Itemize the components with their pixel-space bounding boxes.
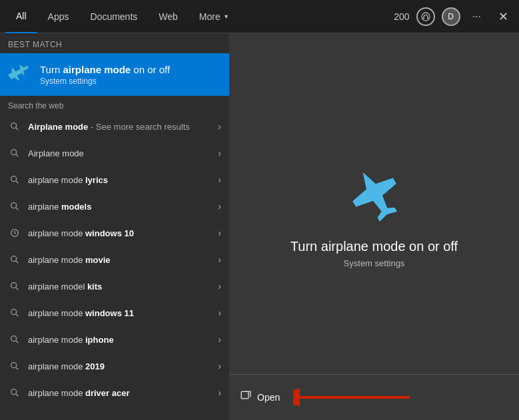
svg-line-21: [16, 367, 19, 370]
svg-point-0: [422, 13, 430, 21]
tab-documents[interactable]: Documents: [79, 0, 148, 33]
svg-point-5: [11, 150, 17, 155]
best-match-title: Turn airplane mode on or off: [40, 64, 170, 75]
open-button[interactable]: Open: [240, 387, 280, 407]
right-actions: Open: [229, 375, 519, 420]
result-text-1: Airplane mode - See more search results: [28, 122, 215, 132]
search-icon: [8, 146, 21, 160]
svg-point-12: [11, 256, 17, 262]
open-window-icon: [240, 390, 252, 405]
result-text-8: airplane mode windows 11: [28, 308, 215, 318]
airplane-mode-icon: [8, 63, 32, 87]
result-text-2: Airplane mode: [28, 148, 215, 158]
tab-all-label: All: [16, 11, 27, 21]
result-item-1[interactable]: Airplane mode - See more search results›: [0, 113, 229, 140]
result-item-8[interactable]: airplane mode windows 11›: [0, 300, 229, 326]
more-options-button[interactable]: ···: [467, 8, 486, 25]
result-item-7[interactable]: airplane model kits›: [0, 273, 229, 300]
right-panel: Turn airplane mode on or off System sett…: [229, 33, 519, 420]
result-text-7: airplane model kits: [28, 282, 215, 292]
tab-all[interactable]: All: [5, 0, 37, 33]
top-bar: All Apps Documents Web More ▾ 200 D ··· …: [0, 0, 519, 33]
search-icon: [8, 200, 21, 213]
search-icon: [8, 253, 21, 266]
close-button[interactable]: ✕: [493, 7, 514, 27]
result-text-11: airplane mode driver acer: [28, 388, 215, 398]
result-text-10: airplane mode 2019: [28, 361, 215, 371]
best-match-label: Best match: [0, 33, 229, 53]
svg-line-13: [16, 261, 19, 264]
svg-point-7: [11, 176, 17, 182]
result-text-3: airplane mode lyrics: [28, 175, 215, 185]
result-item-6[interactable]: airplane mode movie›: [0, 246, 229, 273]
result-item-3[interactable]: airplane mode lyrics›: [0, 166, 229, 193]
best-match-text: Turn airplane mode on or off System sett…: [40, 64, 170, 86]
result-arrow-5: ›: [218, 228, 221, 238]
result-item-5[interactable]: airplane mode windows 10›: [0, 220, 229, 246]
svg-line-10: [16, 208, 19, 210]
main-layout: Best match Turn airplane mode on or off …: [0, 33, 519, 420]
result-text-9: airplane mode iphone: [28, 335, 215, 345]
best-match-item[interactable]: Turn airplane mode on or off System sett…: [0, 53, 229, 96]
tab-web-label: Web: [159, 11, 178, 22]
result-arrow-2: ›: [218, 148, 221, 158]
right-subtitle: System settings: [344, 258, 405, 268]
clock-icon: [8, 226, 21, 240]
svg-line-17: [16, 314, 19, 317]
svg-line-15: [16, 288, 19, 290]
headset-icon[interactable]: [416, 7, 435, 26]
svg-point-14: [11, 283, 17, 288]
open-label: Open: [257, 392, 280, 403]
tab-more-label: More: [199, 11, 221, 22]
search-icon: [8, 306, 21, 319]
result-text-6: airplane mode movie: [28, 255, 215, 265]
svg-point-18: [11, 336, 17, 341]
svg-rect-24: [241, 391, 249, 399]
result-arrow-3: ›: [218, 174, 221, 185]
results-list: Airplane mode - See more search results›…: [0, 113, 229, 406]
search-icon: [8, 333, 21, 346]
result-arrow-10: ›: [218, 361, 221, 371]
svg-point-20: [11, 363, 17, 368]
tab-web[interactable]: Web: [148, 0, 189, 33]
top-bar-right: 200 D ··· ✕: [394, 7, 514, 27]
tab-apps-label: Apps: [48, 11, 69, 22]
svg-point-16: [11, 310, 17, 315]
svg-line-6: [16, 154, 19, 157]
svg-point-9: [11, 203, 17, 208]
tab-more[interactable]: More ▾: [189, 0, 239, 33]
right-airplane-icon: [341, 159, 408, 226]
result-item-9[interactable]: airplane mode iphone›: [0, 326, 229, 353]
result-arrow-11: ›: [218, 387, 221, 398]
svg-line-23: [16, 394, 19, 397]
search-icon: [8, 280, 21, 293]
search-icon: [8, 120, 21, 133]
tab-apps[interactable]: Apps: [37, 0, 80, 33]
score-badge: 200: [394, 11, 409, 22]
svg-line-8: [16, 181, 19, 184]
chevron-down-icon: ▾: [225, 13, 228, 20]
result-arrow-8: ›: [218, 308, 221, 318]
red-arrow-annotation: [293, 384, 413, 411]
left-panel: Best match Turn airplane mode on or off …: [0, 33, 229, 420]
result-arrow-4: ›: [218, 201, 221, 212]
result-arrow-6: ›: [218, 254, 221, 265]
web-search-label: Search the web: [0, 96, 229, 113]
result-text-4: airplane models: [28, 202, 215, 212]
result-item-2[interactable]: Airplane mode›: [0, 140, 229, 166]
search-icon: [8, 386, 21, 399]
right-title: Turn airplane mode on or off: [290, 239, 458, 254]
tab-documents-label: Documents: [90, 11, 137, 22]
result-item-11[interactable]: airplane mode driver acer›: [0, 379, 229, 406]
result-arrow-1: ›: [218, 121, 221, 132]
result-item-10[interactable]: airplane mode 2019›: [0, 353, 229, 379]
result-text-5: airplane mode windows 10: [28, 228, 215, 238]
result-arrow-7: ›: [218, 281, 221, 292]
search-icon: [8, 173, 21, 186]
search-icon: [8, 359, 21, 373]
user-avatar[interactable]: D: [442, 7, 460, 26]
svg-point-3: [11, 123, 17, 128]
result-item-4[interactable]: airplane models›: [0, 193, 229, 220]
best-match-subtitle: System settings: [40, 77, 170, 86]
svg-line-4: [16, 128, 19, 130]
